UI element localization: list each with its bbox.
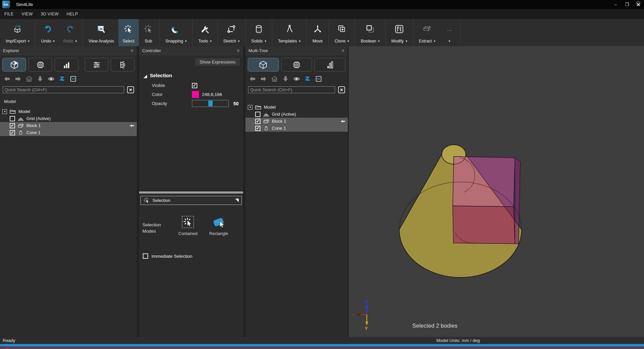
opacity-slider[interactable] [192, 100, 229, 107]
tree-item-block-1[interactable]: Block 1 [0, 122, 137, 129]
close-icon[interactable]: ✕ [130, 48, 134, 53]
back-icon[interactable] [249, 75, 256, 83]
menu-3d-view[interactable]: 3D VIEW [37, 12, 63, 16]
chevron-down-icon[interactable]: ▾ [406, 39, 407, 43]
menu-bar: FILE VIEW 3D VIEW HELP [0, 9, 644, 19]
visibility-checkbox[interactable] [255, 112, 260, 117]
visibility-checkbox[interactable] [255, 126, 260, 131]
chevron-down-icon[interactable]: ▾ [378, 39, 380, 43]
section-expand-icon[interactable] [143, 75, 147, 78]
chevron-down-icon[interactable]: ▾ [53, 39, 55, 43]
chevron-down-icon[interactable]: ▾ [265, 39, 266, 43]
tab-properties[interactable] [85, 58, 108, 72]
eye-icon[interactable] [293, 75, 300, 83]
close-icon[interactable]: ✕ [341, 48, 345, 53]
tool-sketch[interactable]: Sketch▾ [219, 19, 244, 46]
chevron-down-icon[interactable]: ▾ [75, 39, 77, 43]
tree-item-cone-1[interactable]: Cone 1 [0, 129, 137, 136]
search-input[interactable] [248, 86, 335, 93]
chevron-down-icon[interactable]: ▾ [347, 39, 349, 43]
chevron-down-icon[interactable]: ▾ [210, 39, 212, 43]
selection-section-bar[interactable]: Selection [140, 196, 242, 205]
clear-search-icon[interactable]: ✕ [127, 86, 134, 93]
collapse-icon[interactable] [315, 75, 322, 83]
tab-simulation[interactable] [28, 58, 52, 72]
chevron-down-icon[interactable]: ▾ [185, 39, 187, 43]
restore-button[interactable]: ❐ [621, 0, 633, 9]
tool-boolean[interactable]: Boolean▾ [356, 19, 384, 46]
tab-simulation[interactable] [281, 58, 312, 72]
tool-extract[interactable]: Extract▾ [415, 19, 440, 46]
tool-templates[interactable]: Templates▾ [274, 19, 305, 46]
menu-help[interactable]: HELP [63, 12, 82, 16]
tool-imp-export[interactable]: Imp/Export▾ [1, 19, 34, 46]
tool-overflow[interactable]: … ▾ [440, 19, 459, 46]
bar-chart-icon [62, 60, 72, 70]
chevron-down-icon[interactable]: ▾ [28, 39, 29, 43]
visible-checkbox[interactable] [192, 83, 197, 88]
visibility-checkbox[interactable] [10, 116, 15, 121]
minimize-button[interactable]: – [610, 0, 621, 9]
mode-rectangle-button[interactable]: Rectangle [203, 215, 234, 236]
collapse-icon[interactable] [70, 75, 77, 83]
expander-box[interactable] [2, 109, 7, 114]
visibility-checkbox[interactable] [10, 130, 15, 135]
expander-box[interactable] [248, 105, 252, 110]
forward-icon[interactable] [14, 75, 22, 83]
progress-bar [0, 344, 644, 346]
tab-analysis[interactable] [55, 58, 78, 72]
tool-redo[interactable]: Redo▾ [59, 19, 81, 46]
collapse-section-icon[interactable] [235, 199, 239, 202]
tab-model-3d[interactable] [248, 58, 279, 72]
down-arrow-icon[interactable] [36, 75, 44, 83]
tree-item-model[interactable]: Model [0, 108, 137, 115]
tool-sub[interactable]: Sub [139, 19, 158, 46]
forward-icon[interactable] [260, 75, 267, 83]
panel-splitter[interactable] [139, 192, 243, 194]
tree-item-grid[interactable]: Grid (Active) [0, 115, 137, 122]
chevron-down-icon[interactable]: ▾ [299, 39, 301, 43]
tree-item-block-1[interactable]: Block 1 [245, 118, 348, 125]
explorer-nav [0, 74, 137, 84]
tool-undo[interactable]: Undo▾ [37, 19, 59, 46]
tool-snapping[interactable]: Snapping▾ [161, 19, 191, 46]
tree-item-cone-1[interactable]: Cone 1 [245, 125, 348, 132]
tool-move[interactable]: Move [308, 19, 327, 46]
visibility-checkbox[interactable] [10, 123, 15, 128]
visibility-checkbox[interactable] [255, 119, 260, 124]
down-arrow-icon[interactable] [282, 75, 289, 83]
search-input[interactable] [3, 86, 124, 93]
eye-icon[interactable] [47, 75, 55, 83]
menu-file[interactable]: FILE [0, 12, 18, 16]
tool-clone[interactable]: Clone▾ [330, 19, 353, 46]
tree-item-grid[interactable]: Grid (Active) [245, 111, 348, 118]
chevron-down-icon[interactable]: ▾ [238, 39, 240, 43]
clear-search-icon[interactable]: ✕ [338, 86, 345, 93]
zoom-to-icon[interactable] [59, 75, 66, 83]
menu-view[interactable]: VIEW [18, 12, 37, 16]
show-expressions-button[interactable]: Show Expressions [195, 58, 240, 66]
mode-contained-button[interactable]: Contained [173, 215, 203, 236]
tool-view-analysis[interactable]: View Analysis [84, 19, 118, 46]
folder-icon [255, 105, 261, 110]
close-icon[interactable]: ✕ [236, 48, 240, 53]
tool-solids[interactable]: Solids▾ [247, 19, 271, 46]
tab-hierarchy[interactable] [111, 58, 134, 72]
home-icon[interactable] [25, 75, 33, 83]
opacity-slider-handle[interactable] [208, 101, 213, 106]
tree-item-model[interactable]: Model [245, 104, 348, 111]
immediate-selection-checkbox[interactable] [143, 253, 148, 259]
viewport-3d[interactable]: x Z Y Selected 2 bodies [349, 46, 644, 337]
back-icon[interactable] [3, 75, 11, 83]
mode-caption: Contained [179, 231, 198, 236]
tab-model-3d[interactable] [2, 58, 26, 72]
tool-tools[interactable]: Tools▾ [194, 19, 216, 46]
tab-analysis[interactable] [314, 58, 345, 72]
zoom-to-icon[interactable] [304, 75, 311, 83]
color-swatch[interactable] [192, 91, 199, 98]
chevron-down-icon[interactable]: ▾ [449, 39, 450, 43]
tool-select[interactable]: Select [118, 19, 139, 46]
tool-modify[interactable]: Modify▾ [387, 19, 411, 46]
chevron-down-icon[interactable]: ▾ [434, 39, 436, 43]
home-icon[interactable] [271, 75, 278, 83]
